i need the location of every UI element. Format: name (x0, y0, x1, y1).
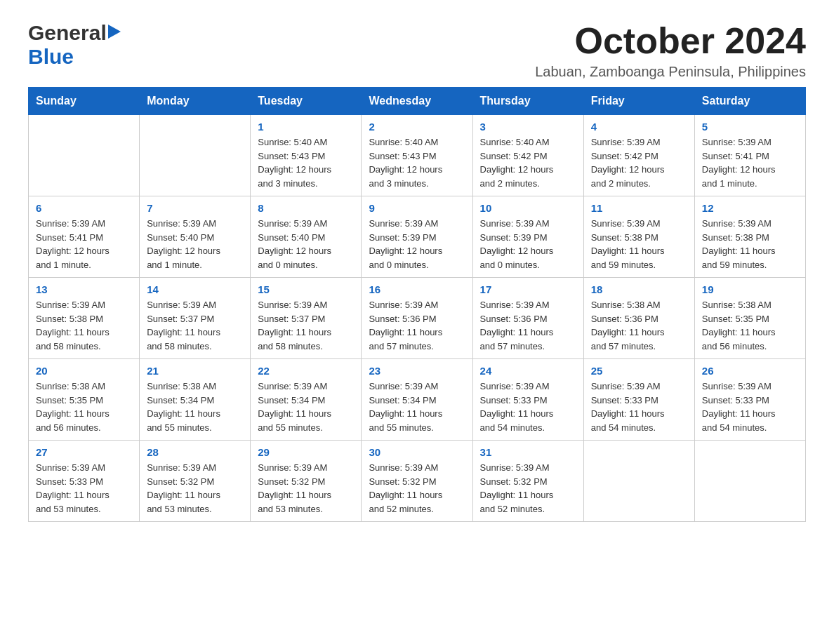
day-number: 11 (591, 202, 687, 214)
calendar-cell: 18Sunrise: 5:38 AM Sunset: 5:36 PM Dayli… (583, 278, 694, 359)
calendar-cell: 15Sunrise: 5:39 AM Sunset: 5:37 PM Dayli… (251, 278, 362, 359)
calendar-header-friday: Friday (583, 88, 694, 115)
day-info: Sunrise: 5:39 AM Sunset: 5:41 PM Dayligh… (702, 135, 798, 190)
calendar-cell (29, 115, 140, 196)
day-number: 27 (36, 446, 132, 458)
day-info: Sunrise: 5:39 AM Sunset: 5:33 PM Dayligh… (702, 380, 798, 434)
day-info: Sunrise: 5:38 AM Sunset: 5:35 PM Dayligh… (36, 380, 132, 434)
day-number: 12 (702, 202, 798, 214)
day-info: Sunrise: 5:39 AM Sunset: 5:34 PM Dayligh… (369, 380, 465, 434)
calendar-cell: 21Sunrise: 5:38 AM Sunset: 5:34 PM Dayli… (140, 359, 251, 441)
logo-general-text: General (28, 21, 107, 45)
day-number: 17 (480, 283, 576, 295)
day-number: 13 (36, 283, 132, 295)
calendar-cell: 11Sunrise: 5:39 AM Sunset: 5:38 PM Dayli… (583, 196, 694, 278)
day-number: 22 (258, 365, 354, 377)
day-info: Sunrise: 5:39 AM Sunset: 5:41 PM Dayligh… (36, 217, 132, 271)
calendar-cell: 4Sunrise: 5:39 AM Sunset: 5:42 PM Daylig… (583, 115, 694, 196)
calendar-header-sunday: Sunday (29, 88, 140, 115)
calendar-cell: 27Sunrise: 5:39 AM Sunset: 5:33 PM Dayli… (29, 441, 140, 522)
day-number: 3 (480, 121, 576, 133)
day-info: Sunrise: 5:39 AM Sunset: 5:40 PM Dayligh… (258, 217, 354, 271)
calendar-cell: 16Sunrise: 5:39 AM Sunset: 5:36 PM Dayli… (362, 278, 472, 359)
calendar-cell (140, 115, 251, 196)
calendar-cell (694, 441, 805, 522)
calendar-cell: 17Sunrise: 5:39 AM Sunset: 5:36 PM Dayli… (472, 278, 583, 359)
calendar-header-saturday: Saturday (694, 88, 805, 115)
calendar-cell: 20Sunrise: 5:38 AM Sunset: 5:35 PM Dayli… (29, 359, 140, 441)
day-info: Sunrise: 5:39 AM Sunset: 5:36 PM Dayligh… (369, 298, 465, 353)
day-info: Sunrise: 5:39 AM Sunset: 5:38 PM Dayligh… (702, 217, 798, 271)
calendar-week-1: 1Sunrise: 5:40 AM Sunset: 5:43 PM Daylig… (29, 115, 806, 196)
calendar-cell: 13Sunrise: 5:39 AM Sunset: 5:38 PM Dayli… (29, 278, 140, 359)
day-number: 25 (591, 365, 687, 377)
logo-triangle-icon (108, 25, 121, 41)
day-info: Sunrise: 5:39 AM Sunset: 5:32 PM Dayligh… (480, 461, 576, 516)
calendar-cell: 6Sunrise: 5:39 AM Sunset: 5:41 PM Daylig… (29, 196, 140, 278)
day-number: 24 (480, 365, 576, 377)
day-number: 9 (369, 202, 465, 214)
calendar-cell: 10Sunrise: 5:39 AM Sunset: 5:39 PM Dayli… (472, 196, 583, 278)
day-number: 5 (702, 121, 798, 133)
calendar-cell: 28Sunrise: 5:39 AM Sunset: 5:32 PM Dayli… (140, 441, 251, 522)
calendar-header-monday: Monday (140, 88, 251, 115)
day-info: Sunrise: 5:39 AM Sunset: 5:32 PM Dayligh… (369, 461, 465, 516)
calendar-cell: 24Sunrise: 5:39 AM Sunset: 5:33 PM Dayli… (472, 359, 583, 441)
day-info: Sunrise: 5:39 AM Sunset: 5:33 PM Dayligh… (36, 461, 132, 516)
day-info: Sunrise: 5:39 AM Sunset: 5:32 PM Dayligh… (147, 461, 243, 516)
calendar-cell: 3Sunrise: 5:40 AM Sunset: 5:42 PM Daylig… (472, 115, 583, 196)
calendar-cell: 19Sunrise: 5:38 AM Sunset: 5:35 PM Dayli… (694, 278, 805, 359)
calendar-cell: 26Sunrise: 5:39 AM Sunset: 5:33 PM Dayli… (694, 359, 805, 441)
day-info: Sunrise: 5:39 AM Sunset: 5:36 PM Dayligh… (480, 298, 576, 353)
day-info: Sunrise: 5:40 AM Sunset: 5:43 PM Dayligh… (369, 135, 465, 190)
day-info: Sunrise: 5:38 AM Sunset: 5:35 PM Dayligh… (702, 298, 798, 353)
day-number: 4 (591, 121, 687, 133)
calendar-header-tuesday: Tuesday (251, 88, 362, 115)
calendar-header-row: SundayMondayTuesdayWednesdayThursdayFrid… (29, 88, 806, 115)
calendar-cell (583, 441, 694, 522)
day-info: Sunrise: 5:39 AM Sunset: 5:42 PM Dayligh… (591, 135, 687, 190)
day-info: Sunrise: 5:39 AM Sunset: 5:33 PM Dayligh… (591, 380, 687, 434)
day-number: 7 (147, 202, 243, 214)
day-info: Sunrise: 5:39 AM Sunset: 5:39 PM Dayligh… (369, 217, 465, 271)
location-title: Labuan, Zamboanga Peninsula, Philippines (535, 64, 806, 80)
day-number: 26 (702, 365, 798, 377)
day-number: 23 (369, 365, 465, 377)
logo-blue-text: Blue (28, 45, 74, 68)
day-number: 15 (258, 283, 354, 295)
calendar-week-2: 6Sunrise: 5:39 AM Sunset: 5:41 PM Daylig… (29, 196, 806, 278)
day-number: 29 (258, 446, 354, 458)
calendar-cell: 14Sunrise: 5:39 AM Sunset: 5:37 PM Dayli… (140, 278, 251, 359)
calendar-week-3: 13Sunrise: 5:39 AM Sunset: 5:38 PM Dayli… (29, 278, 806, 359)
day-number: 20 (36, 365, 132, 377)
calendar-week-5: 27Sunrise: 5:39 AM Sunset: 5:33 PM Dayli… (29, 441, 806, 522)
day-info: Sunrise: 5:39 AM Sunset: 5:39 PM Dayligh… (480, 217, 576, 271)
page-header: General Blue October 2024 Labuan, Zamboa… (28, 21, 806, 80)
day-info: Sunrise: 5:38 AM Sunset: 5:34 PM Dayligh… (147, 380, 243, 434)
day-info: Sunrise: 5:39 AM Sunset: 5:38 PM Dayligh… (36, 298, 132, 353)
calendar-cell: 29Sunrise: 5:39 AM Sunset: 5:32 PM Dayli… (251, 441, 362, 522)
logo: General Blue (28, 21, 121, 69)
calendar-cell: 2Sunrise: 5:40 AM Sunset: 5:43 PM Daylig… (362, 115, 472, 196)
day-number: 18 (591, 283, 687, 295)
calendar-cell: 12Sunrise: 5:39 AM Sunset: 5:38 PM Dayli… (694, 196, 805, 278)
day-number: 14 (147, 283, 243, 295)
calendar-cell: 30Sunrise: 5:39 AM Sunset: 5:32 PM Dayli… (362, 441, 472, 522)
day-info: Sunrise: 5:39 AM Sunset: 5:33 PM Dayligh… (480, 380, 576, 434)
day-info: Sunrise: 5:39 AM Sunset: 5:38 PM Dayligh… (591, 217, 687, 271)
day-info: Sunrise: 5:39 AM Sunset: 5:32 PM Dayligh… (258, 461, 354, 516)
calendar-cell: 5Sunrise: 5:39 AM Sunset: 5:41 PM Daylig… (694, 115, 805, 196)
calendar-cell: 22Sunrise: 5:39 AM Sunset: 5:34 PM Dayli… (251, 359, 362, 441)
day-number: 2 (369, 121, 465, 133)
day-info: Sunrise: 5:40 AM Sunset: 5:42 PM Dayligh… (480, 135, 576, 190)
calendar-header-thursday: Thursday (472, 88, 583, 115)
day-number: 1 (258, 121, 354, 133)
calendar-cell: 31Sunrise: 5:39 AM Sunset: 5:32 PM Dayli… (472, 441, 583, 522)
day-info: Sunrise: 5:39 AM Sunset: 5:37 PM Dayligh… (147, 298, 243, 353)
calendar-table: SundayMondayTuesdayWednesdayThursdayFrid… (28, 87, 806, 522)
day-number: 10 (480, 202, 576, 214)
calendar-header-wednesday: Wednesday (362, 88, 472, 115)
day-number: 31 (480, 446, 576, 458)
day-info: Sunrise: 5:39 AM Sunset: 5:37 PM Dayligh… (258, 298, 354, 353)
day-number: 8 (258, 202, 354, 214)
